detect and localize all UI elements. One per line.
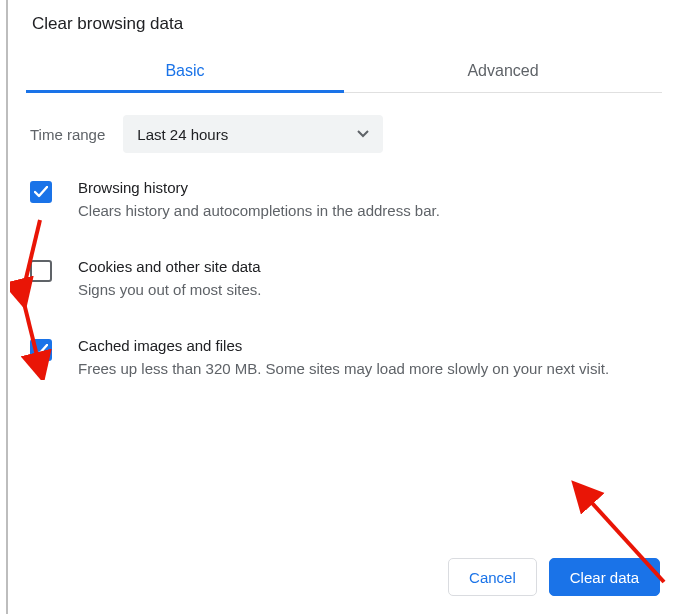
- time-range-label: Time range: [30, 126, 105, 143]
- time-range-select[interactable]: Last 24 hours: [123, 115, 383, 153]
- chevron-down-icon: [357, 127, 369, 141]
- checkbox-cookies[interactable]: [30, 260, 52, 282]
- time-range-row: Time range Last 24 hours: [30, 115, 658, 153]
- option-desc: Signs you out of most sites.: [78, 279, 658, 301]
- option-title: Browsing history: [78, 179, 658, 196]
- cancel-button[interactable]: Cancel: [448, 558, 537, 596]
- option-desc: Frees up less than 320 MB. Some sites ma…: [78, 358, 658, 380]
- option-browsing-history: Browsing history Clears history and auto…: [30, 179, 658, 222]
- tab-advanced[interactable]: Advanced: [344, 48, 662, 92]
- tab-basic[interactable]: Basic: [26, 48, 344, 92]
- dialog-footer: Cancel Clear data: [448, 558, 660, 596]
- option-title: Cookies and other site data: [78, 258, 658, 275]
- options-list: Browsing history Clears history and auto…: [26, 179, 662, 379]
- checkbox-cache[interactable]: [30, 339, 52, 361]
- checkbox-browsing-history[interactable]: [30, 181, 52, 203]
- time-range-value: Last 24 hours: [137, 126, 228, 143]
- option-desc: Clears history and autocompletions in th…: [78, 200, 658, 222]
- dialog-title: Clear browsing data: [26, 0, 662, 42]
- option-cache: Cached images and files Frees up less th…: [30, 337, 658, 380]
- clear-data-button[interactable]: Clear data: [549, 558, 660, 596]
- clear-browsing-data-dialog: Clear browsing data Basic Advanced Time …: [8, 0, 680, 614]
- tabs: Basic Advanced: [26, 48, 662, 93]
- option-cookies: Cookies and other site data Signs you ou…: [30, 258, 658, 301]
- option-title: Cached images and files: [78, 337, 658, 354]
